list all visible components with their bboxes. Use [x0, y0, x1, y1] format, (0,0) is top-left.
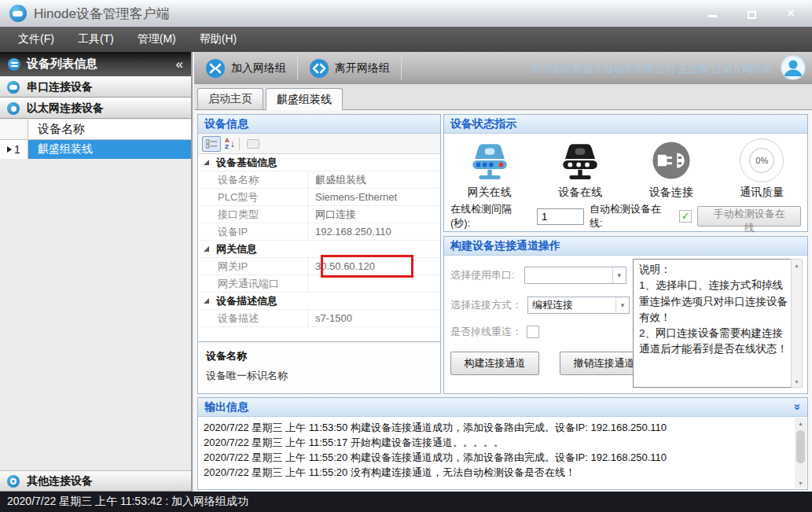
- property-pages-button[interactable]: [244, 136, 263, 152]
- maximize-button[interactable]: [741, 6, 762, 20]
- serial-port-icon: [7, 81, 20, 94]
- device-online-icon: [557, 138, 603, 183]
- property-row[interactable]: PLC型号 Siemens-Ethernet: [198, 189, 440, 206]
- scrollbar-thumb[interactable]: [796, 430, 805, 463]
- device-row-name[interactable]: 麒盛组装线: [28, 140, 191, 159]
- tab-strip: 启动主页 麒盛组装线: [194, 84, 812, 110]
- property-group-row[interactable]: 设备基础信息: [198, 154, 440, 171]
- property-row[interactable]: 设备IP 192.168.250.110: [198, 223, 440, 241]
- property-row-gateway-ip[interactable]: 网关IP 30.50.60.120: [198, 258, 440, 275]
- window-title: Hinode设备管理客户端: [34, 5, 170, 23]
- close-button[interactable]: ×: [781, 6, 801, 20]
- menu-bar: 文件(F) 工具(T) 管理(M) 帮助(H): [0, 27, 812, 52]
- status-bar: 2020/7/22 星期三 上午 11:53:42 : 加入网络组成功: [0, 492, 812, 512]
- device-online-indicator: 设备在线: [535, 138, 626, 200]
- row-pointer-icon: [7, 146, 12, 153]
- output-log-area: 2020/7/22 星期三 上午 11:53:50 构建设备连接通道成功，添加设…: [198, 417, 807, 489]
- toolbar-separator: [239, 138, 240, 150]
- tab-home[interactable]: 启动主页: [197, 88, 263, 109]
- status-bar-text: 2020/7/22 星期三 上午 11:53:42 : 加入网络组成功: [7, 495, 248, 509]
- scroll-down-icon[interactable]: ▼: [792, 376, 802, 387]
- expand-triangle-icon: [204, 298, 209, 304]
- user-network-status: 杭州新松机器人自动化有限公司:王佳辉 已加入网络组: [532, 62, 773, 76]
- minimize-icon: [708, 15, 717, 17]
- device-info-title: 设备信息: [198, 115, 440, 134]
- alphabetical-sort-button[interactable]: AZ ↓: [225, 138, 235, 150]
- device-list-icon: [8, 58, 20, 71]
- sidebar-header: 设备列表信息 «: [0, 52, 191, 76]
- auto-detect-checkbox[interactable]: ✓: [679, 210, 692, 223]
- menu-manage[interactable]: 管理(M): [126, 28, 188, 51]
- highlight-rectangle: [321, 255, 413, 278]
- log-scrollbar[interactable]: ▲ ▼: [795, 418, 806, 488]
- comm-quality-indicator: 0% 通讯质量: [717, 138, 808, 200]
- chevron-down-icon: ▼: [615, 297, 629, 313]
- output-panel-title: 输出信息: [204, 400, 248, 414]
- other-devices-icon: [7, 475, 20, 488]
- serial-port-select[interactable]: ▼: [524, 267, 626, 284]
- maximize-icon: [748, 11, 756, 19]
- log-line: 2020/7/22 星期三 上午 11:55:20 没有构建连接通道，无法自动检…: [204, 465, 790, 480]
- log-line: 2020/7/22 星期三 上午 11:55:20 构建设备连接通道成功，添加设…: [204, 450, 790, 465]
- sidebar-item-serial-devices[interactable]: 串口连接设备: [0, 76, 191, 98]
- log-line: 2020/7/22 星期三 上午 11:55:17 开始构建设备连接通道。。。。…: [204, 435, 790, 450]
- scroll-up-icon[interactable]: ▲: [792, 260, 802, 271]
- output-panel: 输出信息 » 2020/7/22 星期三 上午 11:53:50 构建设备连接通…: [197, 397, 808, 490]
- serial-port-label: 选择使用串口:: [450, 268, 515, 282]
- manual-detect-button[interactable]: 手动检测设备在线: [697, 206, 801, 227]
- channel-panel-title: 构建设备连接通道操作: [444, 237, 807, 256]
- sidebar-collapse-icon[interactable]: «: [176, 57, 183, 72]
- categorized-view-button[interactable]: [202, 136, 221, 152]
- device-table: 设备名称 1 麒盛组装线: [0, 120, 191, 470]
- connect-mode-select[interactable]: 编程连接 ▼: [527, 297, 630, 314]
- output-collapse-icon[interactable]: »: [791, 403, 804, 410]
- sidebar-item-ethernet-devices[interactable]: 以太网连接设备: [0, 98, 191, 119]
- menu-help[interactable]: 帮助(H): [188, 28, 248, 51]
- sidebar-item-other-devices[interactable]: 其他连接设备: [0, 470, 191, 492]
- comm-quality-gauge: 0%: [740, 138, 784, 182]
- menu-file[interactable]: 文件(F): [6, 28, 66, 51]
- interval-input[interactable]: [537, 208, 584, 225]
- connection-channel-panel: 构建设备连接通道操作 选择使用串口: ▼ 选择连接方式： 编程连接 ▼: [443, 236, 808, 394]
- note-scrollbar[interactable]: ▲ ▼: [791, 259, 803, 388]
- device-connect-indicator: 设备连接: [626, 138, 717, 200]
- property-row[interactable]: 网关通讯端口: [198, 275, 440, 293]
- leave-network-icon: [309, 58, 329, 79]
- scroll-down-icon[interactable]: ▼: [795, 477, 806, 488]
- table-row[interactable]: 1 麒盛组装线: [0, 140, 191, 159]
- device-list-sidebar: 设备列表信息 « 串口连接设备 以太网连接设备 设备名称 1 麒盛组装线: [0, 52, 193, 492]
- network-toolbar: 加入网络组 离开网络组 杭州新松机器人自动化有限公司:王佳辉 已加入网络组: [194, 52, 812, 84]
- close-icon: ×: [787, 6, 794, 20]
- minimize-button[interactable]: [702, 6, 722, 20]
- property-row[interactable]: 设备描述 s7-1500: [198, 310, 440, 327]
- build-channel-button[interactable]: 构建连接通道: [450, 352, 539, 375]
- tab-device[interactable]: 麒盛组装线: [266, 88, 343, 110]
- toolbar-separator: [401, 57, 402, 80]
- user-avatar[interactable]: [781, 55, 806, 80]
- chevron-down-icon: ▼: [612, 267, 626, 283]
- device-name-column-header: 设备名称: [28, 120, 191, 139]
- property-group-row[interactable]: 设备描述信息: [198, 293, 440, 310]
- sort-arrow-icon: ↓: [230, 138, 235, 149]
- gateway-online-icon: [467, 138, 513, 183]
- property-description-box: 设备名称 设备唯一标识名称: [198, 341, 440, 393]
- app-logo-icon: [9, 5, 27, 22]
- property-grid-toolbar: AZ ↓: [198, 134, 440, 154]
- row-number: 1: [14, 143, 20, 156]
- property-row[interactable]: 设备名称 麒盛组装线: [198, 171, 440, 189]
- tab-content: 设备信息 AZ ↓: [194, 110, 812, 492]
- interval-label: 在线检测间隔(秒):: [450, 202, 531, 230]
- reconnect-checkbox[interactable]: [527, 326, 539, 338]
- join-network-button[interactable]: 加入网络组: [194, 52, 297, 84]
- scroll-up-icon[interactable]: ▲: [795, 418, 806, 429]
- ethernet-icon: [7, 102, 20, 115]
- app-window: Hinode设备管理客户端 × 文件(F) 工具(T) 管理(M) 帮助(H) …: [0, 0, 812, 512]
- categorized-icon: [206, 139, 217, 149]
- output-panel-header: 输出信息 »: [198, 398, 807, 417]
- sidebar-title: 设备列表信息: [27, 57, 97, 72]
- menu-tools[interactable]: 工具(T): [66, 28, 126, 51]
- property-row[interactable]: 接口类型 网口连接: [198, 206, 440, 223]
- join-network-icon: [205, 58, 226, 79]
- reconnect-label: 是否掉线重连：: [450, 325, 522, 339]
- leave-network-button[interactable]: 离开网络组: [298, 52, 401, 84]
